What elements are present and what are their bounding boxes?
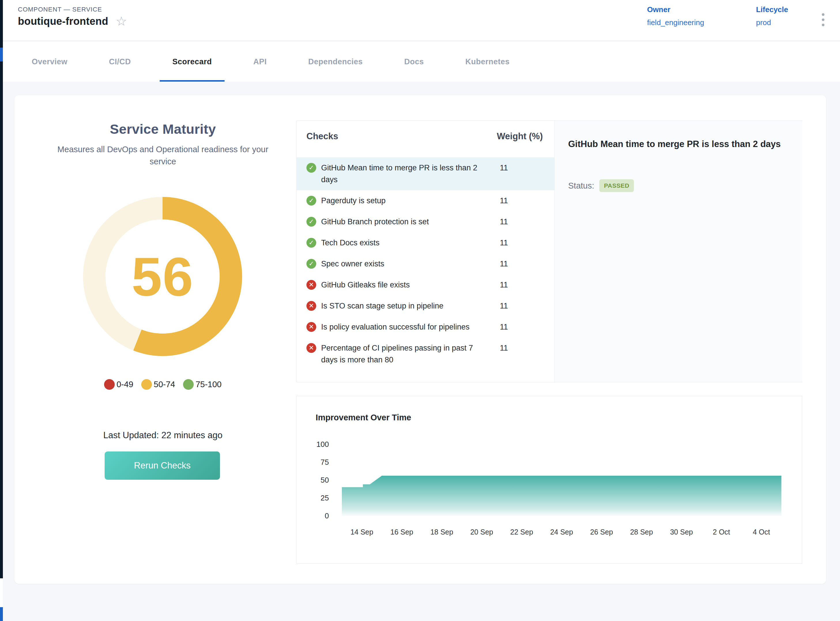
check-label: Is policy evaluation successful for pipe… <box>321 321 491 333</box>
legend-dot <box>104 379 115 390</box>
x-axis-tick: 16 Sep <box>390 528 413 536</box>
check-pass-icon: ✓ <box>306 238 316 248</box>
check-fail-icon: ✕ <box>306 301 316 311</box>
y-axis-tick: 25 <box>321 494 329 502</box>
tab-docs[interactable]: Docs <box>392 42 436 82</box>
rerun-checks-button[interactable]: Rerun Checks <box>104 451 220 480</box>
x-axis-tick: 22 Sep <box>510 528 533 536</box>
check-weight: 11 <box>500 162 508 174</box>
check-weight: 11 <box>500 258 508 270</box>
x-axis-tick: 26 Sep <box>590 528 613 536</box>
check-detail-panel: GitHub Mean time to merge PR is less tha… <box>554 121 802 382</box>
y-axis-tick: 75 <box>321 458 329 467</box>
x-axis-tick: 28 Sep <box>630 528 653 536</box>
tab-ci-cd[interactable]: CI/CD <box>96 42 144 82</box>
check-row[interactable]: ✕Is policy evaluation successful for pip… <box>297 317 554 338</box>
legend-dot <box>183 379 194 390</box>
check-weight: 11 <box>500 237 508 249</box>
improvement-area-chart: 100755025014 Sep16 Sep18 Sep20 Sep22 Sep… <box>297 396 802 564</box>
check-weight: 11 <box>500 321 508 333</box>
owner-label: Owner <box>647 5 704 14</box>
check-row[interactable]: ✕Is STO scan stage setup in pipeline11 <box>297 295 554 317</box>
check-label: Is STO scan stage setup in pipeline <box>321 300 491 312</box>
score-gauge: 56 <box>83 197 242 356</box>
check-weight: 11 <box>500 300 508 312</box>
tab-api[interactable]: API <box>241 42 280 82</box>
y-axis-tick: 50 <box>321 476 329 484</box>
kebab-menu-icon[interactable] <box>820 12 826 28</box>
legend-item-75-100: 75-100 <box>183 379 221 390</box>
check-label: Spec owner exists <box>321 258 491 270</box>
status-badge: PASSED <box>599 179 634 192</box>
check-row[interactable]: ✕GitHub Gitleaks file exists11 <box>297 274 554 295</box>
y-axis-tick: 0 <box>325 512 329 520</box>
checks-panel: Checks Weight (%) ✓GitHub Mean time to m… <box>296 121 802 382</box>
check-weight: 11 <box>500 195 508 207</box>
check-row[interactable]: ✓GitHub Mean time to merge PR is less th… <box>297 158 554 190</box>
entity-kicker: COMPONENT — SERVICE <box>18 6 102 13</box>
score-value: 56 <box>132 245 194 308</box>
collapsed-sidebar[interactable] <box>0 0 3 578</box>
check-row[interactable]: ✓Pagerduty is setup11 <box>297 190 554 211</box>
check-row[interactable]: ✕Percentage of CI pipelines passing in p… <box>297 338 554 371</box>
check-pass-icon: ✓ <box>306 196 316 206</box>
legend-item-0-49: 0-49 <box>104 379 133 390</box>
legend-label: 75-100 <box>195 380 221 389</box>
legend-dot <box>141 379 152 390</box>
check-fail-icon: ✕ <box>306 280 316 290</box>
check-pass-icon: ✓ <box>306 163 316 173</box>
check-label: GitHub Branch protection is set <box>321 216 491 228</box>
check-label: Percentage of CI pipelines passing in pa… <box>321 342 491 366</box>
check-fail-icon: ✕ <box>306 343 316 353</box>
improvement-chart-panel: Improvement Over Time 100755025014 Sep16… <box>296 396 802 563</box>
lifecycle-label: Lifecycle <box>756 5 788 14</box>
check-label: Pagerduty is setup <box>321 195 491 207</box>
lifecycle-block: Lifecycle prod <box>756 5 788 27</box>
x-axis-tick: 20 Sep <box>470 528 493 536</box>
tab-scorecard[interactable]: Scorecard <box>160 42 224 82</box>
check-label: GitHub Mean time to merge PR is less tha… <box>321 162 491 186</box>
x-axis-tick: 2 Oct <box>713 528 730 536</box>
x-axis-tick: 18 Sep <box>430 528 453 536</box>
entity-tabbar: OverviewCI/CDScorecardAPIDependenciesDoc… <box>3 42 840 82</box>
legend-item-50-74: 50-74 <box>141 379 175 390</box>
owner-value-link[interactable]: field_engineering <box>647 18 704 27</box>
check-row[interactable]: ✓GitHub Branch protection is set11 <box>297 211 554 232</box>
x-axis-tick: 24 Sep <box>550 528 573 536</box>
scorecard-subtitle: Measures all DevOps and Operational read… <box>26 143 300 168</box>
check-weight: 11 <box>500 216 508 228</box>
page-title: boutique-frontend <box>18 15 108 27</box>
weight-column-header: Weight (%) <box>491 131 543 142</box>
check-weight: 11 <box>500 342 508 354</box>
lifecycle-value: prod <box>756 18 788 27</box>
check-weight: 11 <box>500 279 508 291</box>
legend-label: 0-49 <box>117 380 133 389</box>
tab-overview[interactable]: Overview <box>19 42 80 82</box>
last-updated-text: Last Updated: 22 minutes ago <box>26 430 300 441</box>
sidebar-active-indicator <box>0 48 3 61</box>
area-series <box>342 476 781 516</box>
check-label: GitHub Gitleaks file exists <box>321 279 491 291</box>
check-pass-icon: ✓ <box>306 217 316 227</box>
check-fail-icon: ✕ <box>306 322 316 332</box>
legend-label: 50-74 <box>154 380 175 389</box>
check-detail-title: GitHub Mean time to merge PR is less tha… <box>568 137 785 151</box>
x-axis-tick: 4 Oct <box>753 528 770 536</box>
scorecard-title: Service Maturity <box>26 121 300 137</box>
x-axis-tick: 14 Sep <box>351 528 373 536</box>
score-legend: 0-4950-7475-100 <box>26 379 300 390</box>
tab-dependencies[interactable]: Dependencies <box>295 42 375 82</box>
check-row[interactable]: ✓Tech Docs exists11 <box>297 232 554 253</box>
entity-header: COMPONENT — SERVICE boutique-frontend ☆ … <box>3 0 840 41</box>
favorite-star-icon[interactable]: ☆ <box>116 15 127 28</box>
check-label: Tech Docs exists <box>321 237 491 249</box>
status-label: Status: <box>568 181 594 191</box>
check-row[interactable]: ✓Spec owner exists11 <box>297 253 554 274</box>
checks-column-header: Checks <box>306 131 338 142</box>
y-axis-tick: 100 <box>316 440 329 448</box>
owner-block: Owner field_engineering <box>647 5 704 27</box>
check-pass-icon: ✓ <box>306 259 316 269</box>
tab-kubernetes[interactable]: Kubernetes <box>453 42 522 82</box>
x-axis-tick: 30 Sep <box>670 528 693 536</box>
